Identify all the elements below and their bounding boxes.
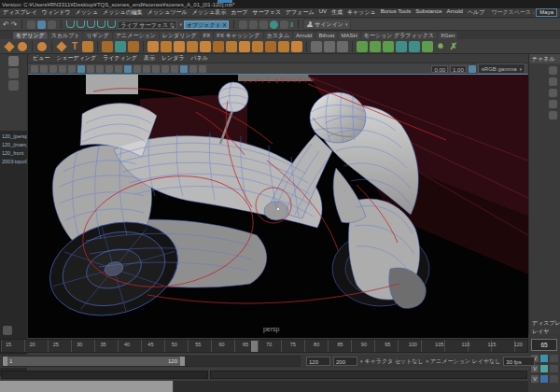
main-menu-item-3[interactable]: メッシュの編集 — [103, 8, 143, 17]
layer-visibility-toggle[interactable]: V — [531, 375, 539, 383]
delete-edge-icon[interactable]: ✗ — [448, 41, 459, 52]
render-view-icon[interactable] — [239, 21, 247, 29]
outliner-panel-item-2[interactable]: 120_front — [0, 149, 27, 158]
main-menu-item-11[interactable]: キャッシュ — [347, 8, 376, 17]
use-all-lights-icon[interactable] — [105, 65, 113, 73]
snap-to-point-icon[interactable] — [87, 21, 95, 28]
layer-name-bar[interactable] — [550, 375, 558, 383]
text-tool-icon[interactable]: T — [69, 41, 80, 52]
select-hierarchy-icon[interactable] — [27, 21, 35, 29]
shelf-tabs-item-5[interactable]: FX — [201, 32, 214, 39]
viewport-menu-bar-item-4[interactable]: レンダラ — [161, 54, 185, 63]
chevron-down-icon[interactable]: ▾ — [179, 21, 182, 27]
shelf-tabs-item-10[interactable]: MASH — [338, 32, 359, 39]
main-menu-item-0[interactable]: ディスプレイ — [3, 8, 37, 17]
anim-layer-dropdown[interactable]: ▾ アニメーション レイヤなし — [427, 357, 501, 366]
poly-cube-icon[interactable] — [82, 41, 93, 52]
skeleton-icon[interactable] — [128, 41, 139, 52]
shelf-tabs-item-4[interactable]: レンダリング — [160, 32, 200, 39]
shelf-tabs-item-7[interactable]: カスタム — [264, 32, 293, 39]
current-frame-field[interactable]: 65 — [531, 339, 557, 351]
gear-primitive-icon[interactable] — [278, 41, 289, 52]
main-menu-item-4[interactable]: メッシュツール — [147, 8, 188, 17]
cylinder-primitive-icon[interactable] — [174, 41, 185, 52]
outliner-panel-item-3[interactable]: 2003:topoGp — [0, 158, 27, 166]
textured-mode-icon[interactable] — [96, 65, 104, 73]
motion-blur-icon[interactable] — [199, 65, 206, 73]
channel-box-speed-icon[interactable] — [549, 89, 557, 97]
layer-visibility-toggle[interactable]: V — [531, 365, 539, 372]
perspective-viewport-panel[interactable]: ビューシェーディングライティング表示レンダラパネル 0.00 1.00 — [28, 54, 528, 338]
soccerball-primitive-icon[interactable] — [291, 41, 302, 52]
render-settings-icon[interactable] — [259, 21, 268, 29]
ambient-occlusion-icon[interactable] — [189, 65, 197, 73]
pencil-curve-icon[interactable] — [324, 41, 335, 52]
command-line-input[interactable] — [1, 371, 208, 379]
select-camera-icon[interactable] — [31, 65, 38, 73]
channel-box-manipulator-icon[interactable] — [549, 77, 557, 86]
shelf-tabs-item-11[interactable]: モーション グラフィックス — [361, 32, 437, 39]
anti-aliasing-icon[interactable] — [180, 65, 188, 73]
range-slider-active-range[interactable]: 1 120 — [3, 357, 185, 366]
channel-box-stepped-icon[interactable] — [549, 111, 557, 119]
live-surface-field[interactable]: ライブ サーフェス なし — [118, 21, 177, 29]
shelf-tabs-item-3[interactable]: アニメーション — [113, 32, 159, 39]
viewport-menu-bar-item-1[interactable]: シェーディング — [56, 54, 96, 63]
joint-tool-icon[interactable] — [102, 41, 113, 52]
undo-icon[interactable]: ↶ — [3, 21, 9, 29]
snap-to-grid-icon[interactable] — [66, 21, 75, 28]
main-menu-item-9[interactable]: UV — [319, 8, 327, 17]
isolate-select-icon[interactable] — [143, 65, 150, 73]
playback-end-field[interactable]: 120 — [306, 357, 330, 366]
tab-channel-box[interactable]: チャネル — [529, 54, 560, 63]
character-set-dropdown[interactable]: ▾ キャラクタ セットなし — [360, 357, 424, 366]
shelf-tabs-item-8[interactable]: Arnold — [293, 32, 315, 39]
main-menu-item-6[interactable]: カーブ — [231, 8, 247, 17]
field-chart-icon[interactable] — [152, 65, 160, 73]
layer-color-swatch[interactable] — [540, 365, 548, 372]
layer-color-swatch[interactable] — [540, 355, 548, 362]
nurbs-sphere-icon[interactable] — [17, 41, 28, 52]
image-plane-icon[interactable] — [68, 65, 76, 73]
range-slider-track[interactable]: 1 120 — [2, 356, 301, 367]
channel-box-filter-icon[interactable] — [549, 66, 557, 75]
viewport-canvas[interactable]: シンメトリ: オブジェクト X persp — [28, 75, 528, 338]
shelf-tabs-item-6[interactable]: FX キャッシング — [214, 32, 262, 39]
ik-handle-icon[interactable] — [115, 41, 126, 52]
fps-field[interactable]: 30 fps — [503, 357, 535, 366]
poly-plane-icon[interactable] — [56, 41, 67, 52]
poly-sphere-icon[interactable] — [36, 41, 48, 52]
disc-primitive-icon[interactable] — [226, 41, 237, 52]
workspace-selector[interactable]: ワークスペース : Maya — [491, 8, 557, 17]
pyramid-primitive-icon[interactable] — [239, 41, 250, 52]
boolean-union-icon[interactable] — [357, 41, 368, 52]
resolution-gate-icon[interactable] — [161, 65, 169, 73]
main-menu-item-2[interactable]: メッシュ — [76, 8, 99, 17]
curve-tool-icon[interactable] — [311, 41, 322, 52]
shelf-tabs-item-1[interactable]: スカルプト — [49, 32, 83, 39]
layer-name-bar[interactable] — [550, 365, 558, 372]
cube-primitive-icon[interactable] — [161, 41, 172, 52]
xray-icon[interactable] — [133, 65, 141, 73]
shaded-mode-icon[interactable] — [87, 65, 94, 73]
viewport-menu-bar-item-0[interactable]: ビュー — [33, 54, 49, 63]
viewport-menu-bar-item-5[interactable]: パネル — [191, 54, 208, 63]
main-menu-item-10[interactable]: 生成 — [331, 8, 343, 17]
shelf-tabs-item-0[interactable]: モデリング — [13, 32, 48, 39]
separate-icon[interactable] — [409, 41, 420, 52]
snap-to-projected-center-icon[interactable] — [97, 21, 105, 28]
main-menu-item-12[interactable]: Bonus Tools — [381, 8, 412, 17]
shelf-tabs-item-9[interactable]: Bifrost — [315, 32, 337, 39]
sphere-primitive-icon[interactable] — [147, 41, 159, 52]
select-tool-icon[interactable] — [8, 56, 19, 66]
viewport-scene-svg[interactable] — [28, 75, 528, 338]
main-menu-item-15[interactable]: ヘルプ — [468, 8, 484, 17]
pipe-primitive-icon[interactable] — [252, 41, 263, 52]
ipr-render-icon[interactable] — [249, 21, 258, 29]
shadows-icon[interactable] — [115, 65, 122, 73]
snap-to-curve-icon[interactable] — [77, 21, 85, 28]
rider-helmet[interactable] — [310, 92, 366, 143]
command-line-results[interactable] — [210, 371, 527, 379]
paint-select-tool-icon[interactable] — [8, 80, 19, 91]
layer-color-swatch[interactable] — [540, 375, 548, 383]
